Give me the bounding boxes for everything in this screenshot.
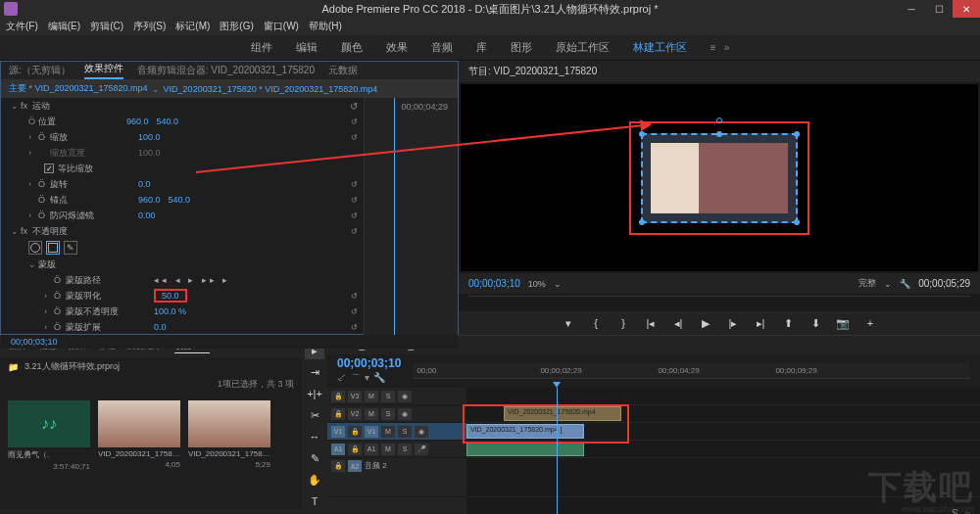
track-source[interactable]: V1: [331, 426, 345, 438]
mask-track-controls[interactable]: ◂◂ ◂ ▸ ▸▸ ▸: [154, 275, 230, 285]
mask-opacity-value[interactable]: 100.0 %: [154, 306, 186, 316]
keyframe-icon[interactable]: ↺: [351, 133, 358, 142]
project-item[interactable]: VID_20200321_175820 5;29: [188, 400, 270, 501]
link-icon[interactable]: ⌒: [351, 372, 361, 386]
play-button[interactable]: ▶: [697, 315, 714, 331]
tab-source[interactable]: 源:（无剪辑）: [9, 64, 71, 77]
chevron-down-icon[interactable]: ⌄: [884, 279, 892, 289]
track-mute[interactable]: M: [381, 426, 395, 438]
reset-icon[interactable]: ↺: [351, 227, 358, 236]
extract-button[interactable]: ⬇: [807, 315, 824, 331]
menu-file[interactable]: 文件(F): [6, 20, 38, 33]
track-source[interactable]: A1: [331, 444, 345, 455]
prop-mask-expansion[interactable]: 蒙版扩展: [66, 321, 154, 334]
anchor-x-value[interactable]: 960.0: [138, 195, 161, 205]
program-quality[interactable]: 完整: [858, 277, 876, 290]
prop-mask-feather[interactable]: 蒙版羽化: [66, 290, 154, 303]
maximize-button[interactable]: ☐: [925, 0, 953, 18]
track-mute[interactable]: M: [381, 444, 395, 455]
rotation-value[interactable]: 0.0: [138, 179, 151, 189]
track-solo[interactable]: S: [381, 391, 395, 402]
ws-overflow-icon[interactable]: ≡ »: [710, 42, 730, 53]
mask-handle-br[interactable]: [794, 219, 800, 225]
in-point-button[interactable]: {: [587, 315, 605, 331]
step-back-button[interactable]: ◂|: [669, 315, 687, 331]
marker-button[interactable]: ▾: [560, 315, 577, 331]
program-timecode[interactable]: 00;00;03;10: [468, 278, 520, 289]
keyframe-icon[interactable]: ↺: [351, 323, 358, 332]
menu-edit[interactable]: 编辑(E): [48, 20, 80, 33]
track-target[interactable]: A2: [348, 460, 362, 472]
clip-a1[interactable]: [466, 442, 584, 456]
ws-tab-lib[interactable]: 库: [476, 40, 487, 55]
razor-tool[interactable]: ✂: [305, 406, 324, 424]
close-button[interactable]: ✕: [953, 0, 980, 18]
minimize-button[interactable]: ─: [898, 0, 925, 18]
effect-playhead[interactable]: [394, 98, 395, 335]
ws-tab-custom[interactable]: 林建工作区: [633, 40, 687, 55]
type-tool[interactable]: T: [305, 492, 324, 510]
track-lock[interactable]: 🔒: [348, 444, 362, 455]
track-target[interactable]: V2: [348, 408, 362, 420]
ws-tab-editing[interactable]: 编辑: [296, 40, 318, 55]
mask-rotate-handle[interactable]: [716, 117, 722, 123]
mask-expansion-value[interactable]: 0.0: [154, 322, 167, 332]
slip-tool[interactable]: ↔: [305, 428, 324, 445]
anchor-y-value[interactable]: 540.0: [169, 195, 191, 205]
track-target[interactable]: A1: [365, 444, 378, 455]
prop-rotation[interactable]: 旋转: [50, 178, 138, 191]
keyframe-icon[interactable]: ↺: [351, 180, 358, 189]
out-point-button[interactable]: }: [614, 315, 632, 331]
hand-tool[interactable]: ✋: [305, 471, 324, 489]
ws-tab-assembly[interactable]: 组件: [251, 40, 272, 55]
prop-position[interactable]: 位置: [38, 116, 126, 128]
bin-icon[interactable]: 📁: [8, 362, 19, 372]
track-lock[interactable]: 🔒: [331, 408, 345, 420]
ws-tab-graphics[interactable]: 图形: [511, 40, 532, 55]
ripple-edit-tool[interactable]: +|+: [305, 385, 324, 402]
keyframe-icon[interactable]: ↺: [351, 307, 358, 316]
go-end-button[interactable]: ▸|: [752, 315, 769, 331]
program-scrubber[interactable]: [468, 296, 970, 309]
ws-tab-effects[interactable]: 效果: [386, 40, 408, 55]
track-lock[interactable]: 🔒: [348, 426, 362, 438]
mask-handle-tr[interactable]: [794, 131, 800, 137]
menu-graphics[interactable]: 图形(G): [220, 20, 253, 33]
mask-handle-bl[interactable]: [639, 219, 645, 225]
settings-button[interactable]: +: [861, 315, 879, 331]
mask-rectangle-button[interactable]: [46, 241, 60, 255]
effect-timeline[interactable]: 00;00;04;29: [364, 98, 458, 335]
track-select-tool[interactable]: ⇥: [305, 363, 324, 381]
prop-scale[interactable]: 缩放: [50, 131, 138, 144]
menu-sequence[interactable]: 序列(S): [133, 20, 166, 33]
prop-motion[interactable]: 运动: [32, 100, 121, 113]
prop-antiflicker[interactable]: 防闪烁滤镜: [50, 210, 138, 222]
track-mute[interactable]: M: [365, 391, 378, 402]
track-target[interactable]: V1: [365, 426, 378, 438]
program-viewer[interactable]: [461, 84, 978, 271]
ws-tab-color[interactable]: 颜色: [341, 40, 363, 55]
mask-pen-button[interactable]: [64, 241, 77, 255]
track-voice[interactable]: 🎤: [415, 444, 428, 455]
snap-icon[interactable]: ⸔: [337, 372, 347, 386]
tab-audio-mixer[interactable]: 音频剪辑混合器: VID_20200321_175820: [137, 64, 315, 77]
prop-mask-path[interactable]: 蒙版路径: [66, 274, 154, 287]
track-solo[interactable]: S: [381, 408, 395, 420]
tab-metadata[interactable]: 元数据: [328, 64, 358, 77]
lift-button[interactable]: ⬆: [779, 315, 797, 331]
antiflicker-value[interactable]: 0.00: [138, 210, 156, 220]
project-item[interactable]: VID_20200321_175820. 4;05: [98, 400, 180, 501]
track-mute[interactable]: M: [365, 408, 378, 420]
pos-x-value[interactable]: 960.0: [126, 117, 149, 126]
prop-mask-opacity[interactable]: 蒙版不透明度: [66, 305, 154, 318]
track-solo[interactable]: S: [398, 426, 412, 438]
export-frame-button[interactable]: 📷: [834, 315, 852, 331]
menu-clip[interactable]: 剪辑(C): [90, 20, 123, 33]
track-lock[interactable]: 🔒: [331, 391, 345, 402]
reset-icon[interactable]: ↺: [350, 101, 358, 112]
track-target[interactable]: V3: [348, 391, 362, 402]
track-toggle[interactable]: ◉: [415, 426, 428, 438]
keyframe-icon[interactable]: ↺: [351, 292, 358, 301]
mask-outline[interactable]: [641, 133, 798, 223]
wrench-icon[interactable]: 🔧: [900, 279, 910, 289]
